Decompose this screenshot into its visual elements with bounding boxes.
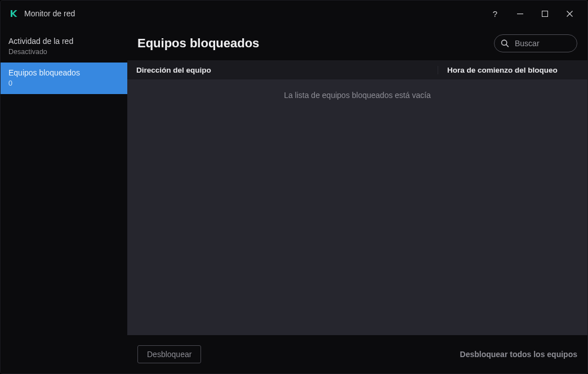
app-body: Actividad de la red Desactivado Equipos … bbox=[1, 26, 587, 373]
window-controls: ? bbox=[485, 5, 580, 22]
titlebar: Monitor de red ? bbox=[1, 1, 587, 26]
sidebar-item-label: Actividad de la red bbox=[8, 37, 119, 46]
maximize-button[interactable] bbox=[534, 5, 555, 22]
sidebar-item-blocked-devices[interactable]: Equipos bloqueados 0 bbox=[1, 63, 127, 94]
close-icon bbox=[567, 11, 573, 17]
table-header-row: Dirección del equipo Hora de comienzo de… bbox=[127, 60, 587, 79]
sidebar-item-network-activity[interactable]: Actividad de la red Desactivado bbox=[1, 31, 127, 63]
window-title: Monitor de red bbox=[24, 9, 485, 18]
minimize-icon bbox=[517, 11, 523, 17]
app-logo-icon bbox=[8, 8, 19, 19]
sidebar-item-status: Desactivado bbox=[8, 48, 119, 56]
help-icon: ? bbox=[493, 9, 497, 19]
search-wrap bbox=[494, 34, 577, 52]
maximize-icon bbox=[542, 11, 548, 17]
sidebar-item-label: Equipos bloqueados bbox=[8, 68, 119, 77]
unblock-button[interactable]: Desbloquear bbox=[137, 345, 201, 363]
footer: Desbloquear Desbloquear todos los equipo… bbox=[127, 335, 587, 373]
main-panel: Equipos bloqueados Dirección del equipo … bbox=[127, 26, 587, 373]
sidebar-item-count: 0 bbox=[8, 79, 119, 87]
search-input[interactable] bbox=[494, 34, 577, 52]
column-header-start-time[interactable]: Hora de comienzo del bloqueo bbox=[438, 66, 587, 74]
main-header: Equipos bloqueados bbox=[127, 26, 587, 60]
table-area: Dirección del equipo Hora de comienzo de… bbox=[127, 60, 587, 335]
svg-rect-0 bbox=[517, 14, 523, 14]
column-header-address[interactable]: Dirección del equipo bbox=[127, 66, 438, 74]
page-title: Equipos bloqueados bbox=[137, 36, 485, 51]
sidebar: Actividad de la red Desactivado Equipos … bbox=[1, 26, 127, 373]
empty-list-message: La lista de equipos bloqueados está vací… bbox=[284, 91, 431, 335]
svg-rect-1 bbox=[542, 11, 547, 16]
table-body: La lista de equipos bloqueados está vací… bbox=[127, 79, 587, 335]
unblock-all-button[interactable]: Desbloquear todos los equipos bbox=[460, 350, 577, 359]
app-window: Monitor de red ? Actividad de la red Des… bbox=[0, 0, 588, 374]
close-button[interactable] bbox=[559, 5, 580, 22]
help-button[interactable]: ? bbox=[485, 5, 505, 22]
minimize-button[interactable] bbox=[510, 5, 530, 22]
